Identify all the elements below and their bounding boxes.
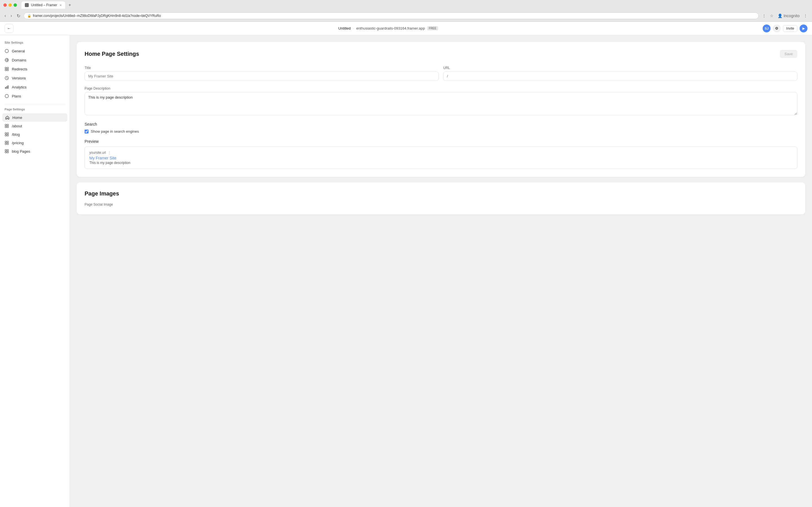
- reload-button[interactable]: ↻: [15, 12, 21, 20]
- incognito-button[interactable]: 👤 Incognito: [776, 12, 801, 19]
- social-image-label: Page Social Image: [85, 203, 797, 207]
- blog-icon: [4, 132, 9, 136]
- plan-badge: FREE: [427, 26, 438, 31]
- sidebar-page-pricing[interactable]: /pricing: [0, 138, 70, 147]
- general-icon: [4, 49, 9, 53]
- content-area: Home Page Settings Save Title URL: [70, 35, 812, 507]
- close-dot[interactable]: [3, 3, 7, 7]
- svg-rect-11: [5, 124, 6, 126]
- home-page-settings-card: Home Page Settings Save Title URL: [77, 42, 805, 177]
- redirects-icon: [4, 67, 9, 71]
- app-header: ← Untitled · enthusiastic-guardrails-093…: [0, 22, 812, 35]
- main-layout: Site Settings General Domains Redirects: [0, 35, 812, 507]
- svg-rect-4: [5, 69, 6, 71]
- address-url: framer.com/projects/Untitled--mZ98oDWaPJ…: [33, 14, 755, 18]
- analytics-label: Analytics: [12, 85, 27, 89]
- sidebar-page-blog-pages[interactable]: blog Pages: [0, 147, 70, 156]
- title-label: Title: [85, 66, 439, 70]
- preview-dots: ⋮: [108, 151, 111, 155]
- sidebar-page-about[interactable]: /about: [0, 122, 70, 130]
- sidebar-item-versions[interactable]: Versions: [0, 73, 70, 82]
- title-group: Title: [85, 66, 439, 81]
- domains-icon: [4, 58, 9, 62]
- maximize-dot[interactable]: [13, 3, 17, 7]
- show-in-search-row: Show page in search engines: [85, 129, 797, 133]
- svg-rect-5: [7, 69, 8, 71]
- plans-label: Plans: [12, 94, 21, 98]
- svg-rect-24: [7, 150, 8, 151]
- svg-rect-12: [7, 124, 8, 126]
- menu-button[interactable]: ⋮: [802, 12, 809, 19]
- domains-label: Domains: [12, 58, 26, 62]
- svg-rect-18: [7, 135, 8, 136]
- description-group: Page Description: [85, 87, 797, 116]
- versions-label: Versions: [12, 76, 26, 80]
- avatar[interactable]: SJ: [763, 24, 770, 33]
- url-input[interactable]: [443, 71, 797, 81]
- bookmark-button[interactable]: ☆: [769, 12, 775, 19]
- address-bar[interactable]: 🔒 framer.com/projects/Untitled--mZ98oDWa…: [24, 12, 759, 19]
- sidebar-page-blog[interactable]: /blog: [0, 130, 70, 138]
- search-section: Search Show page in search engines: [85, 122, 797, 133]
- back-button[interactable]: ←: [4, 24, 13, 33]
- forward-button[interactable]: ›: [9, 12, 13, 19]
- play-button[interactable]: ▶: [800, 24, 808, 33]
- title-input[interactable]: [85, 71, 439, 81]
- svg-rect-7: [5, 87, 6, 89]
- site-settings-label: Site Settings: [0, 41, 70, 47]
- domain-name: enthusiastic-guardrails-093164.framer.ap…: [356, 26, 425, 31]
- svg-rect-15: [5, 133, 6, 134]
- general-label: General: [12, 49, 25, 53]
- preview-site-title: My Framer Site: [89, 156, 793, 160]
- svg-rect-2: [5, 67, 6, 69]
- blog-pages-icon: [4, 149, 9, 154]
- sidebar-item-domains[interactable]: Domains: [0, 55, 70, 64]
- sidebar-item-analytics[interactable]: Analytics: [0, 82, 70, 92]
- preview-url-row: yoursite.url ⋮: [89, 151, 793, 155]
- sidebar: Site Settings General Domains Redirects: [0, 35, 70, 507]
- url-label: URL: [443, 66, 797, 70]
- sidebar-item-general[interactable]: General: [0, 47, 70, 55]
- settings-button[interactable]: ⚙: [773, 24, 781, 33]
- sidebar-divider: [4, 104, 65, 104]
- preview-url: yoursite.url: [89, 151, 106, 155]
- svg-rect-16: [7, 133, 8, 134]
- extensions-button[interactable]: ⋮: [761, 12, 767, 19]
- back-button[interactable]: ‹: [3, 12, 7, 19]
- home-icon: [5, 115, 10, 120]
- new-tab-button[interactable]: +: [67, 1, 72, 9]
- page-images-title: Page Images: [85, 190, 797, 197]
- settings-icon: ⚙: [775, 26, 778, 31]
- about-label: /about: [12, 124, 22, 128]
- minimize-dot[interactable]: [8, 3, 12, 7]
- analytics-icon: [4, 85, 9, 89]
- sidebar-page-home[interactable]: Home: [2, 113, 67, 122]
- pricing-icon: [4, 140, 9, 145]
- browser-tab[interactable]: Untitled – Framer ✕: [21, 1, 65, 9]
- svg-rect-21: [5, 143, 6, 145]
- blog-pages-label: blog Pages: [12, 149, 30, 154]
- svg-point-0: [5, 49, 8, 53]
- play-icon: ▶: [802, 26, 805, 31]
- tab-close-button[interactable]: ✕: [59, 4, 62, 7]
- url-group: URL: [443, 66, 797, 81]
- description-textarea[interactable]: [85, 92, 797, 115]
- browser-titlebar: Untitled – Framer ✕ +: [0, 0, 812, 10]
- sidebar-item-redirects[interactable]: Redirects: [0, 64, 70, 73]
- svg-rect-20: [7, 141, 8, 143]
- show-in-search-checkbox[interactable]: [85, 129, 89, 133]
- description-label: Page Description: [85, 87, 797, 91]
- site-name: Untitled: [338, 26, 351, 31]
- plans-icon: [4, 94, 9, 98]
- svg-rect-8: [6, 86, 7, 89]
- header-actions: SJ ⚙ Invite ▶: [763, 24, 808, 33]
- sidebar-item-plans[interactable]: Plans: [0, 92, 70, 101]
- app-container: ← Untitled · enthusiastic-guardrails-093…: [0, 22, 812, 507]
- svg-point-10: [5, 94, 8, 98]
- preview-box: yoursite.url ⋮ My Framer Site This is my…: [85, 147, 797, 169]
- show-in-search-label: Show page in search engines: [91, 129, 139, 133]
- invite-button[interactable]: Invite: [783, 25, 797, 32]
- browser-chrome: Untitled – Framer ✕ + ‹ › ↻ 🔒 framer.com…: [0, 0, 812, 22]
- preview-title: Preview: [85, 139, 797, 144]
- save-button[interactable]: Save: [780, 50, 797, 58]
